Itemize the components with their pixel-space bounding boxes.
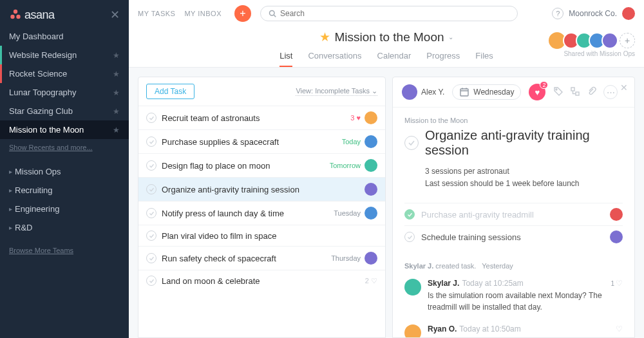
sidebar-project-item[interactable]: Mission to the Moon★ [0, 120, 129, 139]
comment-like-button[interactable]: ♡ [616, 324, 623, 333]
task-row[interactable]: Organize anti-gravity training session [138, 177, 385, 201]
task-row[interactable]: Notify press of launch day & timeTuesday [138, 201, 385, 225]
subtask-row[interactable]: Purchase anti-gravity treadmill [404, 203, 623, 225]
sidebar-project-item[interactable]: Lunar Topography★ [0, 83, 129, 102]
task-checkbox[interactable] [146, 184, 156, 194]
task-checkbox[interactable] [146, 230, 156, 241]
task-title: Purchase supplies & spacecraft [162, 137, 337, 147]
project-tab[interactable]: Progress [426, 47, 460, 67]
favorite-star-icon[interactable]: ★ [113, 51, 120, 60]
comment-like-button[interactable]: 1♡ [611, 279, 623, 288]
comment: Ryan O.Today at 10:50amIt's available. T… [404, 324, 623, 337]
assignee-avatar [402, 84, 417, 100]
task-title: Notify press of launch day & time [162, 209, 328, 218]
task-checkbox[interactable] [146, 136, 156, 147]
subtask-assignee-avatar [610, 208, 623, 221]
subtask-icon[interactable] [570, 86, 580, 99]
complete-task-checkbox[interactable] [404, 136, 419, 150]
close-sidebar-icon[interactable]: ✕ [110, 8, 120, 22]
task-detail-title[interactable]: Organize anti-gravity training session [425, 128, 623, 158]
due-date-chip[interactable]: Wednesday [452, 84, 521, 100]
subtask-checkbox[interactable] [404, 209, 415, 220]
attachment-icon[interactable] [587, 86, 597, 99]
task-row[interactable]: Purchase supplies & spacecraftToday [138, 129, 385, 153]
caret-down-icon[interactable]: ⌄ [448, 33, 453, 41]
calendar-icon [459, 87, 469, 97]
star-filled-icon[interactable]: ★ [319, 30, 330, 44]
current-user-avatar[interactable] [622, 7, 635, 20]
svg-point-3 [270, 11, 275, 16]
task-row[interactable]: Design flag to place on moonTomorrow [138, 153, 385, 177]
search-icon [269, 10, 276, 17]
team-label: Mission Ops [15, 167, 61, 176]
sidebar-show-recents[interactable]: Show Recents and more... [0, 139, 129, 156]
favorite-star-icon[interactable]: ★ [113, 70, 120, 79]
sidebar-dashboard-label: My Dashboard [9, 32, 64, 41]
project-header: ★ Mission to the Moon ⌄ + Shared with Mi… [129, 27, 644, 68]
svg-point-2 [16, 15, 20, 19]
subtask-checkbox[interactable] [404, 232, 415, 242]
task-row[interactable]: Recruit team of astronauts3 ♥ [138, 106, 385, 129]
add-task-button[interactable]: Add Task [146, 84, 194, 99]
sidebar-item-label: Mission to the Moon [9, 125, 84, 135]
sidebar-item-label: Star Gazing Club [9, 106, 73, 116]
check-icon [408, 139, 415, 147]
my-inbox-link[interactable]: MY INBOX [184, 10, 222, 17]
favorite-star-icon[interactable]: ★ [113, 126, 120, 135]
close-detail-icon[interactable]: ✕ [620, 82, 628, 93]
task-checkbox[interactable] [146, 253, 156, 263]
help-icon[interactable]: ? [552, 8, 564, 19]
favorite-star-icon[interactable]: ★ [113, 107, 120, 116]
sidebar-team-item[interactable]: ▸Recruiting [0, 181, 129, 200]
like-button[interactable]: ♥ 2 [529, 84, 545, 100]
project-members: + [551, 31, 635, 50]
task-description[interactable]: 3 sessions per astronaut Last session sh… [425, 165, 623, 190]
breadcrumb[interactable]: Mission to the Moon [404, 117, 623, 124]
sidebar-project-item[interactable]: Star Gazing Club★ [0, 102, 129, 120]
logo[interactable]: asana [9, 8, 55, 22]
sidebar-project-item[interactable]: Website Redesign★ [0, 46, 129, 64]
sidebar-team-item[interactable]: ▸Mission Ops [0, 162, 129, 181]
task-checkbox[interactable] [146, 208, 156, 218]
project-title[interactable]: ★ Mission to the Moon ⌄ [319, 30, 453, 44]
favorite-star-icon[interactable]: ★ [113, 88, 120, 97]
project-tab[interactable]: Calendar [377, 47, 412, 67]
sidebar-team-item[interactable]: ▸R&D [0, 218, 129, 237]
svg-point-1 [10, 15, 14, 19]
task-title: Design flag to place on moon [162, 161, 325, 171]
due-date-text: Wednesday [473, 88, 514, 97]
task-title: Land on moon & celebrate [162, 276, 360, 286]
sidebar-project-item[interactable]: Rocket Science★ [0, 64, 129, 83]
add-button[interactable]: + [234, 5, 251, 22]
task-row[interactable]: Land on moon & celebrate2 ♡ [138, 270, 385, 291]
task-checkbox[interactable] [146, 276, 156, 286]
search-box[interactable] [260, 6, 518, 21]
topbar: MY TASKS MY INBOX + ? Moonrock Co. [129, 0, 644, 27]
assignee-chip[interactable]: Alex Y. [402, 84, 444, 100]
task-detail-pane: ✕ Alex Y. Wednesday ♥ 2 [392, 77, 635, 338]
view-filter[interactable]: View: Incomplete Tasks ⌄ [296, 87, 377, 96]
task-checkbox[interactable] [146, 160, 156, 171]
tag-icon[interactable] [553, 86, 564, 99]
project-tab[interactable]: Conversations [308, 47, 361, 67]
brand-name: asana [24, 8, 55, 22]
sidebar-team-item[interactable]: ▸Engineering [0, 200, 129, 218]
task-row[interactable]: Run safety check of spacecraftThursday [138, 246, 385, 270]
comment-avatar [404, 324, 421, 337]
add-member-button[interactable]: + [620, 33, 635, 48]
task-row[interactable]: Plan viral video to film in space [138, 225, 385, 246]
search-input[interactable] [280, 9, 509, 18]
my-tasks-link[interactable]: MY TASKS [138, 10, 175, 17]
subtask-row[interactable]: Schedule training sessions [404, 225, 623, 248]
more-icon[interactable]: ⋯ [603, 85, 618, 99]
task-checkbox[interactable] [146, 113, 156, 123]
member-avatar[interactable] [601, 32, 618, 49]
task-title: Organize anti-gravity training session [162, 185, 359, 194]
chevron-right-icon: ▸ [9, 224, 12, 231]
project-tab[interactable]: Files [475, 47, 493, 67]
project-tab[interactable]: List [279, 47, 292, 67]
sidebar-dashboard[interactable]: My Dashboard [0, 27, 129, 46]
sidebar-browse-teams[interactable]: Browse More Teams [0, 242, 129, 259]
task-title: Plan viral video to film in space [162, 231, 372, 241]
org-name[interactable]: Moonrock Co. [569, 9, 617, 18]
